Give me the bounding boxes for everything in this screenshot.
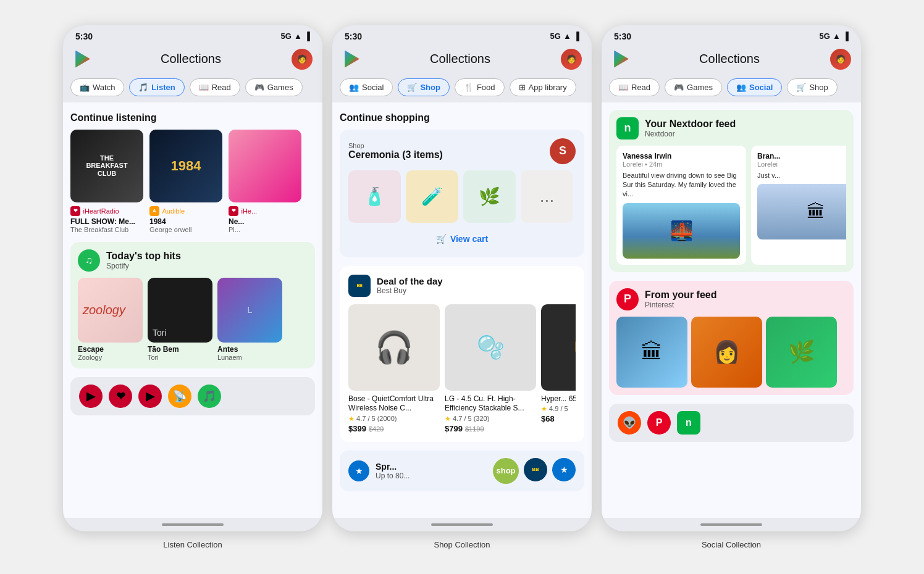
spotify-subtitle: Spotify bbox=[106, 262, 181, 270]
iheart-icon: ❤ bbox=[70, 206, 80, 216]
home-indicator-listen bbox=[63, 518, 322, 531]
pin-thumb-woman[interactable]: 👩 bbox=[691, 317, 762, 388]
deal-products-row: 🎧 Bose - QuietComfort Ultra Wireless Noi… bbox=[348, 304, 576, 433]
music-card-antes[interactable]: L Antes Lunaem bbox=[217, 278, 282, 361]
escape-text: zoology bbox=[78, 298, 130, 322]
app-icon-youtube[interactable]: ▶ bbox=[138, 385, 162, 408]
tab-listen[interactable]: 🎵 Listen bbox=[129, 78, 184, 96]
view-cart-button[interactable]: 🛒 View cart bbox=[348, 229, 576, 249]
pin-thumb-green[interactable]: 🌿 bbox=[766, 317, 837, 388]
deal-product-bose[interactable]: 🎧 Bose - QuietComfort Ultra Wireless Noi… bbox=[348, 304, 440, 433]
nextdoor-post-1[interactable]: Vanessa Irwin Lorelei • 24m Beautiful vi… bbox=[616, 146, 746, 265]
pin-thumb-santorini[interactable]: 🏛 bbox=[616, 317, 687, 388]
social-label: Social Collection bbox=[702, 540, 761, 549]
avatar-listen[interactable]: 🧑 bbox=[292, 49, 313, 70]
reddit-icon[interactable]: 👽 bbox=[618, 411, 641, 435]
escape-artist: Zoology bbox=[78, 354, 143, 361]
app-icon-youtube-music[interactable]: ▶ bbox=[79, 385, 103, 408]
spotify-info: Today's top hits Spotify bbox=[106, 251, 181, 270]
tab-read-social[interactable]: 📖 Read bbox=[609, 78, 660, 96]
post-user-2: Bran... bbox=[757, 152, 846, 160]
avatar-img-shop: 🧑 bbox=[566, 54, 576, 64]
games-tab-icon: 🎮 bbox=[254, 83, 264, 92]
music-card-taobem[interactable]: Tori Tão Bem Tori bbox=[148, 278, 212, 361]
listen-phone-wrapper: 5:30 5G ▲ ▐ Collections 🧑 📺 Watch bbox=[63, 25, 322, 549]
app-icon-audible[interactable]: 📡 bbox=[168, 385, 191, 408]
walmart-logo-small[interactable]: ★ bbox=[552, 458, 576, 481]
status-time-social: 5:30 bbox=[614, 31, 631, 41]
bc-text: THEBREAKFASTCLUB bbox=[81, 149, 132, 181]
network-label-shop: 5G bbox=[550, 31, 561, 41]
tabs-row-listen: 📺 Watch 🎵 Listen 📖 Read 🎮 Games bbox=[63, 76, 322, 102]
product-thumb-1[interactable]: 🧴 bbox=[348, 170, 401, 223]
shopify-logo-small[interactable]: shop bbox=[493, 458, 519, 484]
music-row: zoology Escape Zoology Tori Tão Bem Tori bbox=[78, 278, 308, 361]
post-img-2: 🏛 bbox=[757, 184, 846, 239]
status-icons-shop: 5G ▲ ▐ bbox=[550, 31, 579, 41]
product-thumb-2[interactable]: 🧪 bbox=[406, 170, 458, 223]
tab-shop-social[interactable]: 🛒 Shop bbox=[787, 78, 837, 96]
tab-food[interactable]: 🍴 Food bbox=[455, 78, 505, 96]
post-user-1: Vanessa Irwin bbox=[623, 152, 740, 160]
deal-store: Best Buy bbox=[377, 286, 443, 295]
app-icon-spotify[interactable]: 🎵 bbox=[198, 385, 221, 408]
deal-name-bose: Bose - QuietComfort Ultra Wireless Noise… bbox=[348, 394, 440, 414]
status-icons-listen: 5G ▲ ▐ bbox=[281, 31, 310, 41]
app-icon-iheart[interactable]: ❤ bbox=[109, 385, 132, 408]
signal-icon-social: ▲ bbox=[833, 31, 841, 41]
shop-bottom-row: ★ Spr... Up to 80... shop BB ★ bbox=[340, 451, 584, 491]
status-bar-shop: 5:30 5G ▲ ▐ bbox=[332, 25, 592, 44]
nextdoor-post-2[interactable]: Bran... Lorelei Just v... 🏛 bbox=[751, 146, 846, 265]
podcast-source-next: ❤ iHe... bbox=[229, 206, 301, 217]
post-text-1: Beautiful view driving down to see Big S… bbox=[623, 171, 740, 199]
deal-product-img-bose: 🎧 bbox=[348, 304, 440, 391]
deal-orig-price-lg: $1199 bbox=[465, 425, 484, 433]
tab-shop[interactable]: 🛒 Shop bbox=[398, 78, 450, 96]
bestbuy-logo-small[interactable]: BB bbox=[524, 458, 547, 481]
tab-games-social[interactable]: 🎮 Games bbox=[665, 78, 722, 96]
social-tab-label-social: Social bbox=[749, 83, 773, 92]
tab-read[interactable]: 📖 Read bbox=[190, 78, 240, 96]
avatar-img-listen: 🧑 bbox=[297, 54, 307, 64]
ihe-label: iHe... bbox=[241, 207, 257, 215]
deal-product-img-lg: 🫧 bbox=[445, 304, 536, 391]
podcast-card-breakfast[interactable]: THEBREAKFASTCLUB ❤ iHeartRadio FULL SHOW… bbox=[70, 130, 143, 233]
next-title: Ne... bbox=[229, 217, 301, 226]
tab-watch[interactable]: 📺 Watch bbox=[70, 78, 124, 96]
audible-icon: A bbox=[149, 206, 159, 216]
deal-product-hyper[interactable]: ⌨ Hyper... 65% Co... ★ 4.9 / 5 $68 bbox=[541, 304, 576, 433]
status-time-listen: 5:30 bbox=[75, 31, 93, 41]
post-text-2: Just v... bbox=[757, 171, 846, 180]
walmart-logo[interactable]: ★ bbox=[348, 460, 369, 481]
tab-applibrary[interactable]: ⊞ App library bbox=[510, 78, 576, 96]
avatar-social[interactable]: 🧑 bbox=[830, 49, 851, 70]
games-tab-label: Games bbox=[267, 83, 293, 92]
stars-hyper: ★ bbox=[541, 405, 547, 412]
tabs-row-shop: 👥 Social 🛒 Shop 🍴 Food ⊞ App library bbox=[332, 76, 592, 102]
avatar-shop[interactable]: 🧑 bbox=[561, 49, 582, 70]
podcast-card-1984[interactable]: 1984 A Audible 1984 George orwell bbox=[149, 130, 222, 233]
spotify-card: ♫ Today's top hits Spotify zoology Esc bbox=[70, 242, 315, 368]
games-tab-label-social: Games bbox=[687, 83, 713, 92]
product-thumb-3[interactable]: 🌿 bbox=[463, 170, 516, 223]
music-card-escape[interactable]: zoology Escape Zoology bbox=[78, 278, 143, 361]
podcast-card-next[interactable]: ❤ iHe... Ne... Pl... bbox=[229, 130, 301, 233]
nextdoor-info: Your Nextdoor feed Nextdoor bbox=[645, 119, 736, 138]
watch-tab-icon: 📺 bbox=[80, 83, 90, 92]
social-tab-icon-social: 👥 bbox=[736, 83, 746, 92]
music-thumb-antes: L bbox=[217, 278, 282, 343]
google-play-logo-listen bbox=[73, 51, 90, 68]
signal-icon-listen: ▲ bbox=[294, 31, 302, 41]
watch-tab-label: Watch bbox=[93, 83, 115, 92]
tab-social-shop[interactable]: 👥 Social bbox=[340, 78, 393, 96]
deal-price-row-lg: $799 $1199 bbox=[445, 424, 536, 433]
spotify-header: ♫ Today's top hits Spotify bbox=[78, 249, 308, 272]
social-content: n Your Nextdoor feed Nextdoor Vanessa Ir… bbox=[602, 102, 861, 518]
deal-product-lg[interactable]: 🫧 LG - 4.5 Cu. Ft. High-Efficiency Stack… bbox=[445, 304, 536, 433]
tab-games[interactable]: 🎮 Games bbox=[245, 78, 303, 96]
nextdoor-card: n Your Nextdoor feed Nextdoor Vanessa Ir… bbox=[609, 110, 854, 272]
pinterest-icon-small[interactable]: P bbox=[647, 411, 671, 435]
nextdoor-icon-small[interactable]: n bbox=[677, 411, 700, 435]
tab-social-active[interactable]: 👥 Social bbox=[727, 78, 782, 96]
podcast-thumb-breakfast: THEBREAKFASTCLUB bbox=[70, 130, 143, 202]
